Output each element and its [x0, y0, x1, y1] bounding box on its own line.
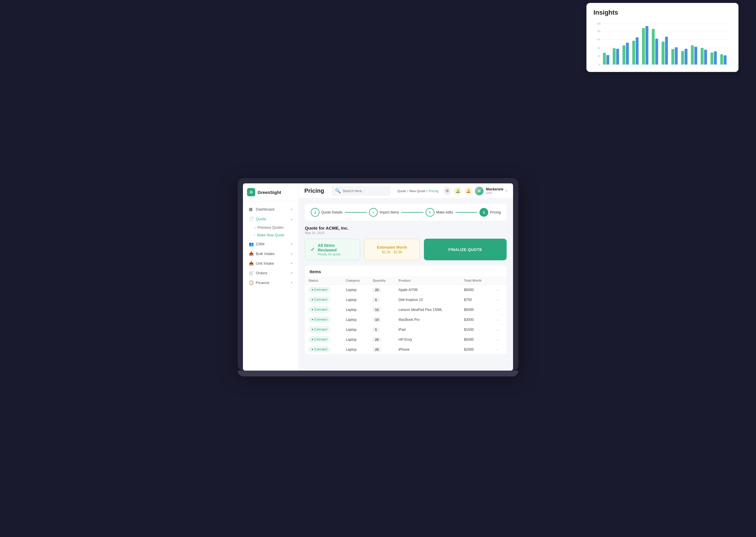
avatar: M	[475, 186, 483, 195]
svg-rect-20	[642, 28, 645, 64]
notifications-button[interactable]: 🔔	[454, 187, 462, 195]
user-info: Mackenzie User	[486, 187, 504, 194]
insights-panel: Insights 0 20 40 60 80 100	[586, 3, 738, 72]
cell-quantity: 20	[369, 345, 395, 354]
cell-product: HP Envy	[395, 335, 461, 345]
more-options-button[interactable]: ···	[496, 337, 500, 342]
crm-icon: 👥	[249, 242, 253, 246]
sidebar-item-unit-intake[interactable]: 📤 Unit Intake ▾	[245, 259, 296, 268]
more-options-button[interactable]: ···	[496, 298, 500, 302]
sidebar-item-make-new-quote[interactable]: + Make New Quote	[243, 231, 298, 239]
status-badge: Estimated	[308, 307, 330, 312]
cell-quantity: 15	[369, 305, 395, 315]
cell-category: Laptop	[342, 315, 369, 325]
more-options-button[interactable]: ···	[496, 308, 500, 312]
step-label-1: Quote Details	[321, 210, 343, 214]
cell-more[interactable]: ···	[492, 335, 507, 345]
cell-more[interactable]: ···	[492, 305, 507, 315]
svg-rect-24	[662, 42, 664, 64]
cell-category: Laptop	[342, 335, 369, 345]
sidebar-item-orders[interactable]: 🛒 Orders ▾	[245, 268, 296, 277]
svg-rect-37	[724, 55, 727, 64]
col-status: Status	[305, 276, 342, 285]
user-menu-chevron[interactable]: ▾	[506, 189, 507, 192]
finance-label: Finance	[256, 280, 269, 285]
bulk-intake-label: Bulk Intake	[256, 252, 275, 256]
sidebar-nav: ▦ Dashboard ▾ 📄 Quote ▴ ◁ Previous Quote…	[243, 201, 298, 371]
qty-badge: 20	[373, 287, 381, 292]
cell-category: Laptop	[342, 285, 369, 295]
step-line-1	[345, 212, 367, 213]
svg-rect-19	[636, 37, 639, 64]
main-content: Pricing 🔍 Quote / New Quote / Pricing	[298, 184, 513, 371]
cell-more[interactable]: ···	[492, 315, 507, 325]
step-line-3	[455, 212, 477, 213]
qty-badge: 5	[373, 298, 379, 302]
search-bar[interactable]: 🔍	[332, 186, 390, 195]
svg-rect-16	[623, 45, 625, 64]
search-input[interactable]	[343, 189, 387, 193]
worth-value: $1.5k - $2.8k	[370, 250, 414, 254]
svg-rect-28	[681, 51, 684, 64]
items-table: Status Category Quantity Product Total W…	[305, 276, 507, 354]
insights-title: Insights	[593, 9, 732, 17]
check-icon: ✓	[311, 246, 315, 253]
finalize-quote-button[interactable]: FINALIZE QUOTE	[424, 239, 507, 260]
sidebar-item-bulk-intake[interactable]: 📥 Bulk Intake ▾	[245, 249, 296, 258]
cell-category: Laptop	[342, 345, 369, 354]
step-circle-1: ℹ	[311, 208, 320, 217]
cell-quantity: 10	[369, 315, 395, 325]
card-reviewed-text: All Items Reviewed Ready for quote	[318, 243, 355, 256]
prev-quotes-prefix: ◁	[253, 226, 256, 229]
svg-rect-14	[613, 48, 616, 64]
status-dot	[312, 289, 313, 290]
dashboard-chevron: ▾	[291, 208, 292, 211]
cell-product: MacBook Pro	[395, 315, 461, 325]
settings-button[interactable]: ⚙	[443, 187, 451, 195]
svg-rect-33	[704, 50, 707, 64]
status-badge: Estimated	[308, 337, 330, 342]
sidebar-item-previous-quotes[interactable]: ◁ Previous Quotes	[243, 224, 298, 231]
sidebar-item-finance[interactable]: 📋 Finance ▾	[245, 278, 296, 287]
qty-badge: 10	[373, 317, 381, 322]
more-options-button[interactable]: ···	[496, 317, 500, 322]
cell-product: iPad	[395, 325, 461, 335]
reviewed-sub-text: Ready for quote	[318, 252, 355, 256]
status-dot	[312, 319, 313, 320]
quote-title: Quote for ACME, Inc.	[305, 226, 507, 230]
cell-status: Estimated	[305, 295, 342, 305]
cell-total-worth: $3000	[461, 315, 492, 325]
sidebar-item-crm[interactable]: 👥 CRM ▾	[245, 239, 296, 249]
svg-rect-27	[675, 47, 678, 64]
unit-intake-chevron: ▾	[291, 262, 292, 265]
dashboard-icon: ▦	[249, 207, 253, 212]
more-options-button[interactable]: ···	[496, 347, 500, 352]
cell-product: Apple AI708	[395, 285, 461, 295]
status-badge: Estimated	[308, 297, 330, 303]
step-make-edits: ✎ Make edits	[426, 208, 453, 217]
sidebar-logo: ♻ GreenSight	[243, 184, 298, 201]
sidebar-item-quote[interactable]: 📄 Quote ▴	[245, 214, 296, 224]
svg-rect-25	[665, 37, 668, 64]
breadcrumb-quote: Quote	[397, 189, 406, 193]
sidebar-item-dashboard[interactable]: ▦ Dashboard ▾	[245, 204, 296, 214]
cell-more[interactable]: ···	[492, 325, 507, 335]
cell-total-worth: $2000	[461, 345, 492, 354]
finance-icon: 📋	[249, 280, 253, 285]
cell-category: Laptop	[342, 295, 369, 305]
alerts-button[interactable]: 🔔	[464, 187, 472, 195]
status-dot	[312, 339, 313, 340]
svg-rect-32	[701, 48, 704, 64]
more-options-button[interactable]: ···	[496, 327, 500, 332]
more-options-button[interactable]: ···	[496, 287, 500, 292]
svg-rect-31	[694, 47, 697, 64]
dashboard-label: Dashboard	[256, 207, 275, 212]
status-dot	[312, 309, 313, 310]
cell-more[interactable]: ···	[492, 285, 507, 295]
cell-more[interactable]: ···	[492, 295, 507, 305]
step-import-items: + Import Items	[369, 208, 399, 217]
cell-total-worth: $6000	[461, 285, 492, 295]
unit-intake-icon: 📤	[249, 261, 253, 266]
status-badge: Estimated	[308, 327, 330, 332]
cell-more[interactable]: ···	[492, 345, 507, 354]
